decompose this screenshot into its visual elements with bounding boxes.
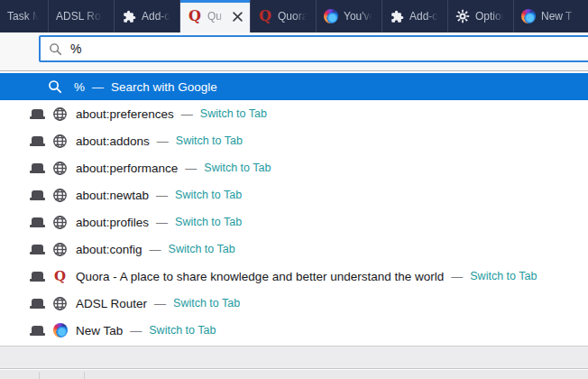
tab-silhouette-icon — [30, 190, 45, 200]
search-icon — [49, 42, 62, 56]
quora-icon: Q — [188, 9, 202, 23]
row-about-newtab[interactable]: about:newtab — Switch to Tab — [0, 181, 588, 208]
row-about-addons[interactable]: about:addons — Switch to Tab — [0, 127, 588, 154]
separator-dash: — — [185, 162, 197, 175]
page-behind — [0, 370, 588, 379]
switch-to-tab-label[interactable]: Switch to Tab — [470, 270, 537, 282]
separator-dash: — — [451, 270, 463, 283]
tab-youve[interactable]: You've — [316, 0, 381, 32]
search-query: % — [74, 80, 85, 94]
dropdown-footer — [0, 346, 588, 369]
puzzle-icon — [122, 9, 136, 23]
globe-icon — [52, 161, 68, 176]
gear-icon — [455, 9, 470, 23]
tab-addons-1[interactable]: Add-o — [114, 0, 179, 32]
tab-bar: Task M ADSL Rout Add-o Q Qu Q Quora You'… — [0, 0, 588, 32]
tab-title: Task M — [7, 10, 41, 23]
result-title: about:profiles — [76, 216, 149, 229]
tab-title: Quora — [278, 10, 308, 23]
url-input[interactable] — [70, 42, 583, 56]
close-icon[interactable] — [233, 12, 243, 22]
search-suggestion-row[interactable]: % — Search with Google — [0, 73, 588, 100]
tab-title: You've — [344, 10, 374, 23]
firefox-icon — [52, 323, 68, 338]
result-title: about:performance — [76, 162, 178, 175]
switch-to-tab-label[interactable]: Switch to Tab — [175, 189, 242, 201]
separator-dash: — — [92, 80, 104, 94]
tab-quora-2[interactable]: Q Quora — [250, 0, 316, 32]
separator-dash: — — [150, 243, 161, 256]
navigation-toolbar — [0, 32, 588, 70]
row-quora[interactable]: Q Quora - A place to share knowledge and… — [0, 263, 588, 290]
globe-icon — [52, 296, 68, 311]
puzzle-icon — [390, 9, 404, 23]
tab-title: ADSL Rout — [56, 10, 106, 23]
row-about-performance[interactable]: about:performance — Switch to Tab — [0, 154, 588, 181]
url-bar[interactable] — [39, 35, 588, 62]
switch-to-tab-label[interactable]: Switch to Tab — [204, 162, 271, 174]
separator-dash: — — [156, 216, 168, 229]
tab-title: Option — [475, 10, 506, 23]
tab-title: Qu — [207, 10, 227, 23]
result-title: ADSL Router — [76, 297, 147, 310]
switch-to-tab-label[interactable]: Switch to Tab — [176, 134, 243, 147]
row-about-preferences[interactable]: about:preferences — Switch to Tab — [0, 100, 588, 127]
tab-title: New T — [541, 10, 581, 23]
tab-options[interactable]: Option — [447, 0, 513, 32]
separator-dash: — — [130, 324, 142, 337]
firefox-icon — [324, 9, 338, 23]
result-title: about:config — [76, 243, 142, 256]
search-icon — [48, 79, 62, 94]
tab-addons-2[interactable]: Add-o — [381, 0, 447, 32]
result-title: Quora - A place to share knowledge and b… — [76, 270, 444, 283]
tab-silhouette-icon — [30, 136, 45, 146]
separator-dash: — — [157, 134, 169, 148]
tab-silhouette-icon — [30, 272, 45, 282]
globe-icon — [52, 188, 68, 203]
tab-silhouette-icon — [30, 245, 45, 254]
tab-quora-active[interactable]: Q Qu — [179, 0, 250, 32]
quora-icon: Q — [52, 269, 68, 284]
tab-silhouette-icon — [30, 163, 45, 173]
switch-to-tab-label[interactable]: Switch to Tab — [149, 324, 216, 337]
tab-new-tab[interactable]: New T — [513, 0, 588, 32]
firefox-icon — [521, 9, 536, 23]
row-about-config[interactable]: about:config — Switch to Tab — [0, 236, 588, 263]
tab-title: Add-o — [142, 10, 172, 23]
globe-icon — [52, 134, 68, 149]
result-title: about:newtab — [76, 189, 149, 202]
result-title: about:preferences — [76, 107, 174, 121]
row-adsl-router[interactable]: ADSL Router — Switch to Tab — [0, 290, 588, 317]
separator-dash: — — [156, 189, 168, 202]
quora-icon: Q — [258, 9, 272, 23]
row-about-profiles[interactable]: about:profiles — Switch to Tab — [0, 208, 588, 236]
tab-silhouette-icon — [30, 299, 45, 309]
row-new-tab[interactable]: New Tab — Switch to Tab — [0, 317, 588, 344]
globe-icon — [52, 242, 68, 257]
tab-silhouette-icon — [30, 109, 45, 119]
browser-window: Task M ADSL Rout Add-o Q Qu Q Quora You'… — [0, 0, 588, 379]
separator-dash: — — [181, 107, 193, 121]
search-action-label: Search with Google — [111, 80, 217, 94]
tab-silhouette-icon — [30, 217, 45, 227]
tab-adsl-router[interactable]: ADSL Rout — [48, 0, 114, 32]
switch-to-tab-label[interactable]: Switch to Tab — [175, 216, 242, 228]
tab-silhouette-icon — [30, 326, 45, 336]
globe-icon — [52, 215, 68, 230]
tab-title: Add-o — [409, 10, 440, 23]
switch-to-tab-label[interactable]: Switch to Tab — [200, 107, 267, 120]
switch-to-tab-label[interactable]: Switch to Tab — [173, 297, 240, 310]
url-dropdown: % — Search with Google about:preferences… — [0, 70, 588, 344]
tab-task-manager[interactable]: Task M — [0, 0, 48, 32]
result-title: New Tab — [76, 324, 123, 337]
globe-icon — [52, 106, 68, 122]
switch-to-tab-label[interactable]: Switch to Tab — [169, 243, 235, 255]
result-title: about:addons — [76, 134, 150, 148]
separator-dash: — — [154, 297, 166, 310]
